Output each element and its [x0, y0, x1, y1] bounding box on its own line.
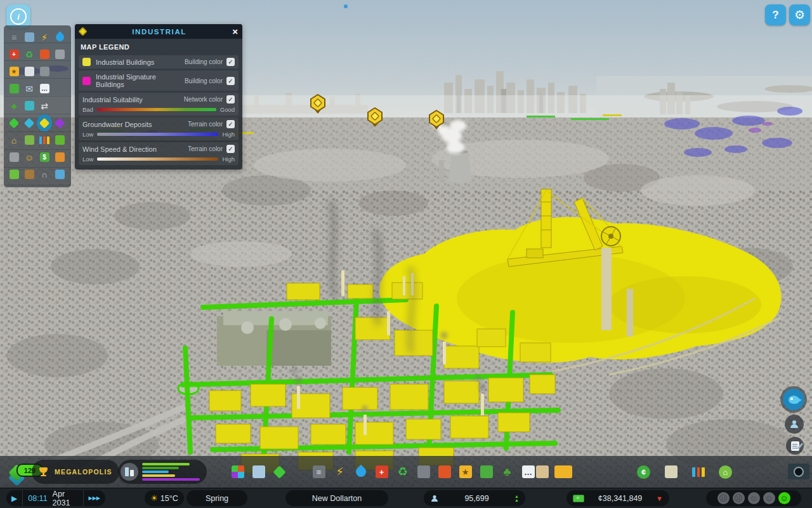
city-name: New Dollarton	[312, 494, 362, 503]
water-tool-icon[interactable]	[350, 461, 371, 483]
districts-icon[interactable]	[248, 461, 269, 483]
legend-row-label: Wind Speed & Direction	[82, 145, 188, 153]
map-tiles-icon[interactable]	[22, 131, 37, 149]
legend-row: Industrial Signature Buildings Building …	[79, 70, 239, 91]
healthcare-icon[interactable]: +	[6, 46, 22, 63]
zones-icon[interactable]	[227, 461, 248, 483]
maintenance-icon[interactable]	[52, 46, 67, 63]
transportation-tool-icon[interactable]	[476, 461, 497, 483]
sun-icon: ☀	[150, 493, 158, 503]
legend-row-type: Network color	[184, 96, 223, 103]
happiness-face-icon: ☹	[733, 492, 745, 504]
post-service-icon[interactable]: ✉	[22, 80, 37, 97]
statistics-icon[interactable]	[688, 461, 709, 483]
legend-row: Wind Speed & Direction Terrain color ✓ L…	[79, 142, 239, 165]
legend-row-label: Industrial Buildings	[96, 58, 185, 66]
electricity-tool-icon[interactable]: ⚡	[329, 461, 350, 483]
industrial-zone-marker[interactable]	[428, 110, 445, 130]
close-icon[interactable]: ×	[232, 27, 238, 36]
economy-panel-icon[interactable]: ¢	[633, 461, 654, 483]
money-trend-down-icon: ▼	[656, 495, 663, 502]
education-icon[interactable]	[37, 63, 52, 80]
signature-buildings-icon[interactable]	[269, 461, 290, 483]
legend-row-label: Industrial Suitability	[82, 96, 184, 104]
play-pause-button[interactable]: ▶	[6, 490, 22, 506]
photo-mode-button[interactable]	[788, 464, 809, 479]
industrial-legend-panel: INDUSTRIAL × MAP LEGEND Industrial Build…	[75, 24, 242, 170]
garbage-icon[interactable]: ♻	[22, 46, 37, 63]
population-button[interactable]: 95,699 ▲▲	[424, 490, 525, 506]
scale-max-label: Good	[220, 106, 235, 113]
city-name-button[interactable]: New Dollarton	[285, 490, 388, 506]
happiness-icon[interactable]: ☺	[22, 149, 37, 166]
greenery-icon[interactable]	[52, 131, 67, 149]
police-icon[interactable]: ★	[6, 63, 22, 80]
bulldozer-icon[interactable]	[553, 461, 573, 483]
chirper-button[interactable]	[780, 386, 807, 413]
demand-bar	[142, 463, 190, 465]
groundwater-checkbox[interactable]: ✓	[226, 120, 235, 128]
roads-tool-icon[interactable]: ≡	[308, 461, 329, 483]
workers-icon[interactable]	[52, 149, 67, 166]
residential-icon[interactable]: ⌂	[6, 131, 22, 149]
industrial-buildings-checkbox[interactable]: ✓	[226, 58, 235, 66]
communications-icon[interactable]: …	[37, 80, 52, 97]
noise-pollution-icon[interactable]: ∩	[37, 166, 52, 183]
followed-citizen-button[interactable]	[785, 415, 804, 434]
administration-icon[interactable]	[22, 63, 37, 80]
industrial-infoview-icon[interactable]	[37, 114, 52, 131]
season-display: Spring	[187, 490, 247, 506]
journal-button[interactable]	[786, 437, 804, 455]
industrial-zone-marker[interactable]	[310, 94, 326, 114]
healthcare-tool-icon[interactable]: +	[371, 461, 392, 483]
terraforming-icon[interactable]	[532, 461, 553, 483]
electricity-icon[interactable]: ⚡	[37, 29, 52, 46]
industrial-zone-marker[interactable]	[367, 107, 383, 128]
transportation-icon[interactable]	[6, 80, 22, 97]
fire-rescue-tool-icon[interactable]	[434, 461, 455, 483]
wind-checkbox[interactable]: ✓	[226, 145, 235, 153]
settings-button[interactable]: ⚙	[789, 4, 810, 25]
map-overview-icon[interactable]	[660, 461, 681, 483]
water-level-icon[interactable]	[52, 166, 67, 183]
economy-chart-icon[interactable]	[37, 131, 52, 149]
police-tool-icon[interactable]: ★	[455, 461, 476, 483]
xp-progress-button[interactable]: 129	[8, 465, 27, 484]
help-button[interactable]: ?	[765, 4, 786, 25]
roads-icon[interactable]: ≡	[6, 29, 22, 46]
geology-icon[interactable]	[6, 149, 22, 166]
transit-station-icon[interactable]	[22, 29, 37, 46]
clock-time: 08:11	[28, 494, 47, 503]
temperature-value: 15°C	[160, 494, 178, 503]
routes-icon[interactable]: ⇄	[37, 97, 52, 114]
commercial-infoview-icon[interactable]	[22, 114, 37, 131]
happiness-face-icon: ☺	[763, 492, 775, 504]
parks-tool-icon[interactable]: ♣	[497, 461, 518, 483]
milestone-button[interactable]: MEGALOPOLIS	[32, 460, 119, 484]
happiness-button[interactable]: ☹☹☺☺☺	[706, 490, 801, 506]
camera-icon	[794, 467, 804, 477]
suitability-checkbox[interactable]: ✓	[226, 95, 235, 104]
education-tool-icon[interactable]	[413, 461, 434, 483]
money-button[interactable]: ¢38,341,849 ▼	[566, 490, 669, 506]
natural-resources-icon[interactable]	[22, 166, 37, 183]
scale-min-label: Bad	[82, 106, 93, 113]
terrain-icon[interactable]	[6, 166, 22, 183]
demand-bar	[142, 471, 169, 473]
toolbar-services-group: ≡ ⚡ + ♻ ★ ♣	[308, 461, 539, 483]
fire-rescue-icon[interactable]	[37, 46, 52, 63]
time-controls: ▶ 08:11 Apr 2031 ▶▶▶	[6, 490, 105, 506]
garbage-tool-icon[interactable]: ♻	[392, 461, 413, 483]
industrial-buildings-swatch	[82, 58, 91, 66]
speed-control-button[interactable]: ▶▶▶	[83, 490, 105, 506]
money-infoview-icon[interactable]: $	[37, 149, 52, 166]
signature-buildings-checkbox[interactable]: ✓	[226, 77, 235, 85]
parks-recreation-icon[interactable]: ♣	[6, 97, 22, 114]
zoning-infoview-icon[interactable]	[6, 114, 22, 131]
water-sewage-icon[interactable]	[52, 29, 67, 46]
city-info-icon[interactable]: ⌂	[715, 461, 736, 483]
legend-header: INDUSTRIAL ×	[75, 24, 242, 39]
tourism-icon[interactable]	[22, 97, 37, 114]
demand-panel-button[interactable]	[118, 460, 207, 484]
offices-infoview-icon[interactable]	[52, 114, 67, 131]
